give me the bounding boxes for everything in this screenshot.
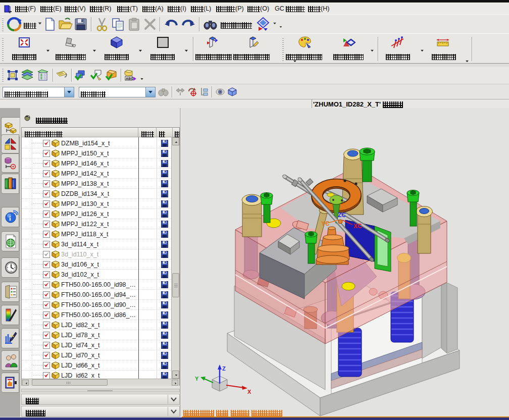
svg-text:ABC: ABC xyxy=(126,77,133,80)
svg-text:Z: Z xyxy=(222,365,226,372)
svg-text:X: X xyxy=(247,389,251,395)
svg-text:i: i xyxy=(9,215,11,222)
svg-text:ZC: ZC xyxy=(338,212,346,219)
svg-text:XC: XC xyxy=(353,223,362,230)
svg-text:Y: Y xyxy=(195,376,199,382)
svg-text:YC: YC xyxy=(321,220,330,227)
